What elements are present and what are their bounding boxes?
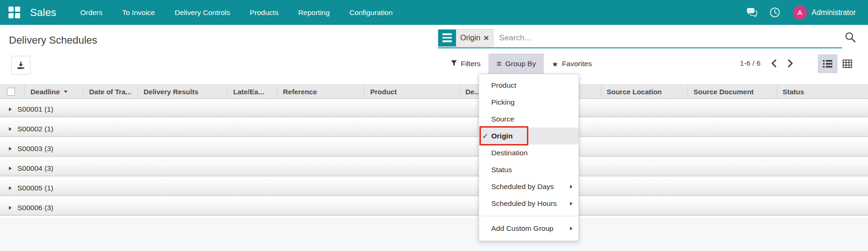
- checkmark-icon: ✓: [482, 128, 488, 145]
- groupby-option-product[interactable]: Product: [479, 77, 579, 94]
- avatar[interactable]: A: [793, 6, 807, 20]
- groupby-add-custom-group[interactable]: Add Custom Group: [479, 220, 579, 237]
- column-deadline[interactable]: Deadline: [24, 85, 83, 99]
- groupby-option-source[interactable]: Source: [479, 111, 579, 128]
- menu-delivery-controls[interactable]: Delivery Controls: [165, 0, 240, 25]
- column-date-of-transfer[interactable]: Date of Tra...: [83, 85, 137, 99]
- group-row-s00002[interactable]: S00002 (1): [0, 121, 868, 137]
- facet-label: Origin: [460, 34, 480, 42]
- main-menu: Orders To Invoice Delivery Controls Prod…: [70, 0, 403, 25]
- pager-previous-icon[interactable]: [771, 59, 777, 68]
- facet-remove-icon[interactable]: ×: [484, 33, 489, 42]
- search-icon[interactable]: [845, 31, 856, 45]
- group-row-s00004[interactable]: S00004 (3): [0, 160, 868, 176]
- apps-grid-icon[interactable]: [8, 7, 21, 19]
- top-navbar: Sales Orders To Invoice Delivery Control…: [0, 0, 868, 25]
- search-facet-origin: Origin ×: [438, 29, 494, 47]
- menu-configuration[interactable]: Configuration: [340, 0, 403, 25]
- grouped-list: S00001 (1) S00002 (1) S00003 (3) S00004 …: [0, 101, 868, 220]
- search-input[interactable]: [494, 33, 842, 43]
- column-reference[interactable]: Reference: [277, 85, 364, 99]
- page-title: Delivery Schedules: [9, 34, 97, 46]
- groupby-option-status[interactable]: Status: [479, 161, 579, 178]
- menu-divider: [479, 216, 579, 216]
- column-delivery-results[interactable]: Delivery Results: [137, 85, 227, 99]
- list-view-button[interactable]: [818, 54, 838, 73]
- groupby-option-origin[interactable]: ✓ Origin: [479, 128, 579, 145]
- submenu-arrow-icon: [570, 227, 572, 230]
- select-all-checkbox[interactable]: [7, 88, 15, 96]
- filters-button[interactable]: Filters: [443, 53, 488, 74]
- group-row-s00005[interactable]: S00005 (1): [0, 180, 868, 196]
- menu-products[interactable]: Products: [240, 0, 288, 25]
- group-by-dropdown: Product Picking Source ✓ Origin Destinat…: [479, 74, 579, 241]
- view-switcher: [818, 54, 857, 73]
- pager-range: 1-6 / 6: [740, 59, 761, 68]
- favorites-button[interactable]: ★ Favorites: [544, 53, 600, 74]
- group-by-button[interactable]: ≡ Group By: [488, 53, 544, 74]
- group-row-s00006[interactable]: S00006 (3): [0, 200, 868, 216]
- group-by-facet-icon: [438, 30, 456, 46]
- pager-next-icon[interactable]: [787, 59, 793, 68]
- select-all-cell: [0, 85, 24, 99]
- groupby-option-picking[interactable]: Picking: [479, 94, 579, 111]
- grid-view-button[interactable]: [838, 54, 857, 73]
- expand-caret-icon: [9, 206, 12, 210]
- expand-caret-icon: [9, 127, 12, 131]
- favorites-star-icon: ★: [552, 61, 558, 68]
- groupby-option-scheduled-by-days[interactable]: Scheduled by Days: [479, 178, 579, 195]
- grid-view-icon: [843, 60, 852, 68]
- column-status[interactable]: Status: [777, 85, 868, 99]
- expand-caret-icon: [9, 147, 12, 151]
- column-source-document[interactable]: Source Document: [687, 85, 777, 99]
- submenu-arrow-icon: [570, 185, 572, 189]
- activities-clock-icon[interactable]: [769, 7, 781, 18]
- app-name[interactable]: Sales: [30, 7, 56, 19]
- column-product[interactable]: Product: [364, 85, 459, 99]
- pager: 1-6 / 6: [740, 59, 793, 68]
- list-view-icon: [823, 60, 832, 68]
- expand-caret-icon: [9, 107, 12, 111]
- download-icon: [16, 61, 25, 70]
- control-panel: Delivery Schedules Origin ×: [0, 25, 868, 84]
- menu-reporting[interactable]: Reporting: [288, 0, 339, 25]
- submenu-arrow-icon: [570, 202, 572, 205]
- user-name: Administrator: [812, 8, 856, 17]
- user-menu[interactable]: A Administrator: [793, 6, 856, 20]
- sort-desc-icon: [64, 91, 68, 93]
- search-bar: Origin ×: [438, 28, 842, 48]
- filter-funnel-icon: [451, 60, 457, 68]
- column-late-early[interactable]: Late/Ea...: [227, 85, 277, 99]
- groupby-option-destination[interactable]: Destination: [479, 145, 579, 161]
- content-background: [0, 219, 868, 251]
- menu-orders[interactable]: Orders: [70, 0, 112, 25]
- groupby-option-scheduled-by-hours[interactable]: Scheduled by Hours: [479, 195, 579, 212]
- expand-caret-icon: [9, 186, 12, 190]
- search-option-buttons: Filters ≡ Group By ★ Favorites: [443, 53, 600, 74]
- group-row-s00003[interactable]: S00003 (3): [0, 141, 868, 157]
- group-row-s00001[interactable]: S00001 (1): [0, 101, 868, 117]
- group-by-lines-icon: ≡: [496, 60, 502, 68]
- menu-to-invoice[interactable]: To Invoice: [112, 0, 165, 25]
- list-header-row: Deadline Date of Tra... Delivery Results…: [0, 84, 868, 99]
- messages-icon[interactable]: [746, 7, 757, 18]
- export-button[interactable]: [11, 56, 30, 75]
- column-source-location[interactable]: Source Location: [601, 85, 687, 99]
- expand-caret-icon: [9, 167, 12, 170]
